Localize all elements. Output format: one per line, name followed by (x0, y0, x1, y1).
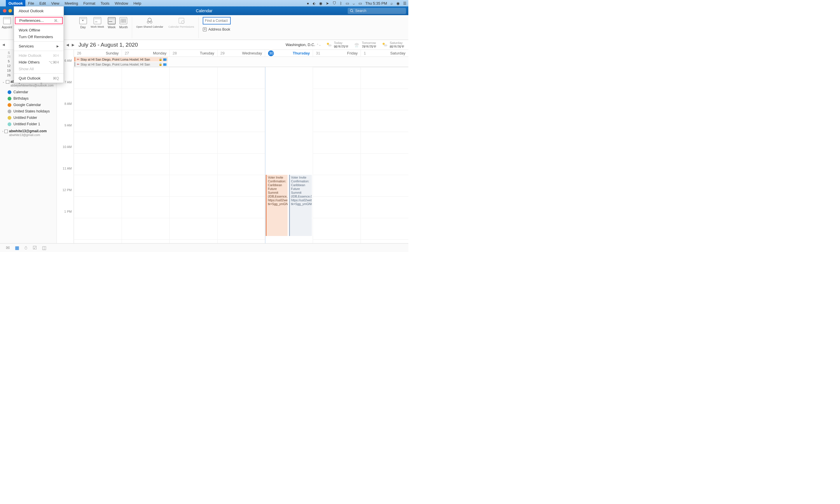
menu-view[interactable]: View (48, 0, 62, 6)
display-icon[interactable]: ▭ (346, 1, 349, 5)
day-header[interactable]: 31Friday (313, 50, 360, 56)
control-center-icon[interactable]: ☰ (403, 1, 407, 5)
day-column[interactable] (74, 67, 122, 243)
menuitem-hide-others[interactable]: Hide Others⌥⌘H (14, 59, 64, 66)
shared-calendar-icon (146, 17, 153, 24)
siri-icon[interactable]: ◉ (396, 1, 399, 5)
svg-point-4 (150, 21, 152, 23)
day-header[interactable]: 1Saturday (360, 50, 408, 56)
menu-outlook[interactable]: Outlook (6, 0, 25, 6)
menu-edit[interactable]: Edit (37, 0, 48, 6)
view-week-button[interactable]: •••••Week (108, 17, 116, 29)
collapse-sidebar-button[interactable]: ◀ (2, 43, 5, 47)
address-book-button[interactable]: Address Book (203, 28, 230, 32)
nav-notes-icon[interactable]: ◫ (42, 245, 46, 251)
day-column[interactable] (313, 67, 360, 243)
day-column[interactable] (122, 67, 169, 243)
day-header[interactable]: 27Monday (122, 50, 169, 56)
svg-point-16 (384, 44, 388, 46)
prev-week-button[interactable]: ◀ (65, 42, 70, 48)
svg-point-3 (147, 21, 149, 23)
calendar-list-item[interactable]: Untitled Folder (7, 114, 56, 121)
nav-mail-icon[interactable]: ✉ (6, 245, 10, 251)
day-column[interactable] (360, 67, 408, 243)
calendar-list-item[interactable]: Calendar (7, 89, 56, 95)
menuitem-about[interactable]: About Outlook (14, 7, 64, 14)
clock[interactable]: Thu 5:35 PM (365, 1, 387, 5)
bottom-navigation: ✉ ▦ ⍥ ☑ ◫ (0, 243, 408, 252)
menu-meeting[interactable]: Meeting (62, 0, 81, 6)
menu-window[interactable]: Window (112, 0, 131, 6)
minical-day[interactable]: 28 (5, 54, 12, 58)
calendar-permissions-button: Calendar Permissions (169, 17, 194, 29)
calendar-event[interactable]: Voter Invite Confirmation: Caribbean Fut… (289, 175, 312, 236)
menu-format[interactable]: Format (81, 0, 98, 6)
nav-calendar-icon[interactable]: ▦ (15, 245, 19, 251)
menu-tools[interactable]: Tools (98, 0, 112, 6)
calendar-list-item[interactable]: Google Calendar (7, 102, 56, 108)
svg-point-11 (355, 43, 359, 46)
calendar-list-item[interactable]: United States holidays (7, 108, 56, 114)
minical-day[interactable]: 26 (5, 73, 12, 78)
address-book-icon (203, 28, 207, 32)
menuitem-show-all: Show All (14, 66, 64, 72)
wifi-icon[interactable]: ⌵ (353, 1, 355, 5)
view-day-button[interactable]: Day (79, 17, 87, 29)
menuitem-turn-off-reminders[interactable]: Turn Off Reminders (14, 34, 64, 40)
all-day-event[interactable]: ⬅Stay at HI San Diego, Point Loma Hostel… (74, 62, 168, 67)
search-field[interactable]: Search (348, 8, 406, 14)
spotlight-icon[interactable]: ⌕ (391, 1, 393, 5)
tray-icon[interactable]: ◉ (319, 1, 322, 5)
day-column[interactable]: Voter Invite Confirmation: Caribbean Fut… (265, 67, 313, 243)
date-range-label: July 26 - August 1, 2020 (79, 42, 138, 48)
menuitem-preferences[interactable]: Preferences...⌘, (15, 17, 63, 24)
shield-icon[interactable]: ⛉ (332, 1, 336, 5)
menu-file[interactable]: File (25, 0, 37, 6)
weather-tomorrow[interactable]: Tomorrow78°F/75°F (354, 41, 376, 49)
minical-day[interactable]: 19 (5, 69, 12, 73)
find-contact-input[interactable] (203, 17, 231, 24)
menuitem-work-offline[interactable]: Work Offline (14, 27, 64, 34)
minical-day[interactable]: 12 (5, 64, 12, 68)
svg-point-8 (204, 29, 205, 30)
nav-tasks-icon[interactable]: ☑ (33, 245, 37, 251)
next-week-button[interactable]: ▶ (71, 42, 75, 48)
svg-line-12 (356, 46, 356, 47)
minical-day[interactable]: 5 (5, 59, 12, 63)
weather-today[interactable]: Today95°F/75°F (326, 41, 348, 49)
dropbox-icon[interactable]: ⬖ (313, 1, 315, 5)
day-header[interactable]: 28Tuesday (169, 50, 217, 56)
menu-help[interactable]: Help (131, 0, 144, 6)
permissions-icon (178, 17, 185, 24)
window-minimize-button[interactable] (8, 9, 12, 13)
location-selector[interactable]: Washington, D.C.⌃⌄ (286, 42, 321, 47)
nav-people-icon[interactable]: ⍥ (24, 245, 28, 251)
window-close-button[interactable] (3, 9, 6, 13)
hour-grid[interactable]: Voter Invite Confirmation: Caribbean Fut… (74, 67, 408, 243)
day-header[interactable]: 30Thursday (265, 50, 313, 56)
day-column[interactable] (217, 67, 265, 243)
open-shared-calendar-button[interactable]: Open Shared Calendar (136, 17, 163, 29)
account-header[interactable]: ›abwhite13@gmail.comabwhite13@gmail.com (0, 127, 56, 138)
day-column[interactable] (169, 67, 217, 243)
menuitem-services[interactable]: Services▶ (14, 43, 64, 50)
view-month-button[interactable]: Month (119, 17, 128, 29)
status-dot-icon[interactable]: ● (307, 1, 309, 5)
menuitem-quit[interactable]: Quit Outlook⌘Q (14, 75, 64, 82)
appointment-button[interactable]: Appoint (2, 17, 12, 29)
day-header[interactable]: 26Sunday (74, 50, 122, 56)
bluetooth-icon[interactable]: ᛒ (340, 1, 342, 5)
battery-icon[interactable]: ▭ (358, 1, 362, 5)
calendar-list-item[interactable]: Untitled Folder 1 (7, 121, 56, 127)
svg-point-0 (350, 9, 353, 12)
calendar-list-item[interactable]: Birthdays (7, 95, 56, 102)
window-title: Calendar (196, 8, 212, 13)
calendar-event[interactable]: Voter Invite Confirmation: Caribbean Fut… (266, 175, 288, 236)
all-day-events-area[interactable]: ⬅Stay at HI San Diego, Point Loma Hostel… (74, 57, 408, 67)
outlook-menu-dropdown: About Outlook Preferences...⌘, Work Offl… (14, 6, 64, 83)
tray-icon-2[interactable]: ➤ (326, 1, 329, 5)
day-header[interactable]: 29Wednesday (217, 50, 265, 56)
weather-saturday[interactable]: Saturday85°F/76°F (381, 41, 404, 49)
all-day-event[interactable]: ⬅Stay at HI San Diego, Point Loma Hostel… (74, 57, 168, 61)
view-work-week-button[interactable]: •••Work Week (91, 17, 104, 29)
